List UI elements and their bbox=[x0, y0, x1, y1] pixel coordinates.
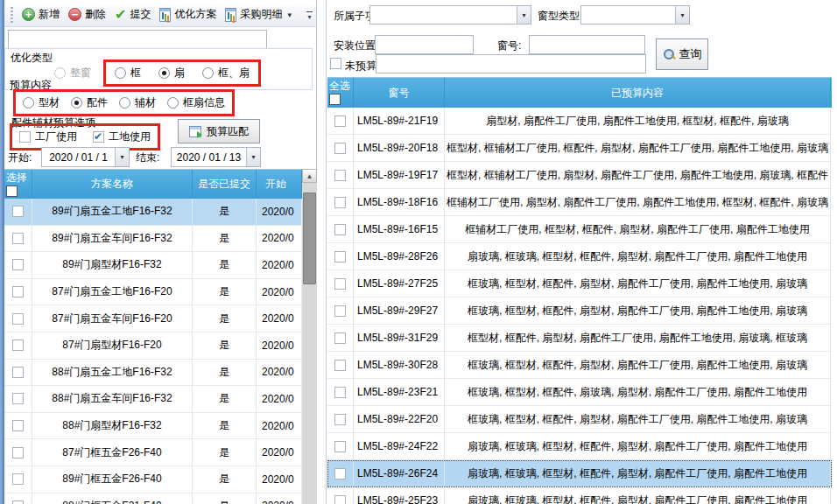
select-all-checkbox[interactable] bbox=[6, 186, 18, 197]
checkbox-option[interactable]: 工厂使用 bbox=[19, 130, 77, 144]
scroll-up-arrow[interactable]: ▲ bbox=[302, 169, 317, 183]
row-checkbox[interactable] bbox=[334, 441, 346, 452]
row-checkbox[interactable] bbox=[334, 278, 346, 290]
budget-table-row[interactable]: LM5L-89#-24F22扇玻璃, 框玻璃, 框型材, 框配件, 扇型材, 扇… bbox=[327, 433, 832, 460]
budget-table-row[interactable]: LM5L-89#-20F18框型材, 框辅材工厂使用, 框配件, 扇型材, 扇配… bbox=[327, 135, 832, 162]
row-checkbox[interactable] bbox=[334, 143, 346, 154]
plan-table-row[interactable]: 87#门扇五金工地F16-F20是2020/0 bbox=[4, 279, 302, 306]
start-header[interactable]: 开始 bbox=[257, 170, 302, 199]
window-type-dropdown[interactable]: ▾ bbox=[580, 5, 690, 24]
toolbar-overflow-button[interactable]: ▾ bbox=[304, 7, 315, 24]
budget-table-row[interactable]: LM5L-89#-28F26扇玻璃, 框玻璃, 框型材, 框配件, 扇型材, 扇… bbox=[327, 243, 832, 270]
row-checkbox[interactable] bbox=[12, 367, 24, 378]
radio-option[interactable]: 框、扇 bbox=[202, 66, 250, 80]
row-checkbox[interactable] bbox=[334, 197, 346, 208]
plan-table-row[interactable]: 89#门扇五金工地F16-F32是2020/0 bbox=[4, 199, 302, 226]
radio-option[interactable]: 配件 bbox=[71, 95, 108, 110]
radio-option[interactable]: 整窗 bbox=[54, 66, 91, 80]
toolbar-button-5[interactable]: 采购明细▾ bbox=[221, 4, 296, 24]
chevron-down-icon[interactable]: ▾ bbox=[517, 6, 531, 24]
plan-table-row[interactable]: 88#门扇型材F16-F32是2020/0 bbox=[4, 413, 302, 440]
toolbar-button-2[interactable]: −删除 bbox=[64, 4, 110, 24]
plan-table-row[interactable]: 87#门扇五金车间F16-F20是2020/0 bbox=[4, 305, 302, 332]
row-checkbox[interactable] bbox=[334, 224, 346, 235]
plan-name-cell: 88#门扇五金车间F16-F32 bbox=[32, 386, 193, 412]
chevron-down-icon[interactable]: ▾ bbox=[287, 10, 292, 19]
chevron-down-icon[interactable]: ▾ bbox=[675, 6, 689, 24]
row-checkbox[interactable] bbox=[12, 500, 24, 504]
row-checkbox[interactable] bbox=[12, 473, 24, 485]
select-all-checkbox[interactable] bbox=[329, 94, 341, 105]
plan-table-row[interactable]: 88#门扇五金工地F16-F32是2020/0 bbox=[4, 360, 302, 387]
budget-table-row[interactable]: LM5L-89#-26F24扇玻璃, 框玻璃, 框型材, 框配件, 扇型材, 扇… bbox=[327, 460, 832, 487]
row-checkbox[interactable] bbox=[12, 393, 24, 404]
end-date-picker[interactable]: 2020 / 01 / 13 ▾ bbox=[171, 147, 261, 167]
plan-filter-input[interactable] bbox=[8, 30, 267, 49]
row-checkbox[interactable] bbox=[334, 360, 346, 371]
radio-option[interactable]: 型材 bbox=[23, 95, 60, 110]
start-date-picker[interactable]: 2020 / 01 / 1 ▾ bbox=[41, 147, 130, 167]
budget-table-row[interactable]: LM5L-89#-22F20框玻璃, 框型材, 框配件, 扇型材, 扇配件工厂使… bbox=[327, 406, 832, 433]
radio-option[interactable]: 框 bbox=[115, 66, 141, 80]
plan-table-row[interactable]: 88#门框五金F21-F40是2020/0 bbox=[4, 494, 302, 504]
budgeted-content-header[interactable]: 已预算内容 bbox=[445, 78, 831, 108]
scroll-thumb[interactable] bbox=[303, 192, 316, 284]
chevron-down-icon[interactable]: ▾ bbox=[246, 148, 260, 166]
toolbar-button-4[interactable]: 优化方案 bbox=[155, 4, 221, 24]
window-no-input[interactable] bbox=[529, 35, 645, 54]
row-checkbox[interactable] bbox=[334, 170, 346, 181]
row-checkbox[interactable] bbox=[334, 116, 346, 127]
row-checkbox[interactable] bbox=[12, 340, 24, 351]
row-checkbox[interactable] bbox=[334, 495, 346, 504]
plan-table-row[interactable]: 89#门扇型材F16-F32是2020/0 bbox=[4, 252, 302, 279]
plan-table-row[interactable]: 87#门扇型材F16-F20是2020/0 bbox=[4, 332, 302, 360]
plan-table-row[interactable]: 89#门扇五金车间F16-F32是2020/0 bbox=[4, 226, 302, 253]
row-checkbox[interactable] bbox=[12, 420, 24, 431]
plan-table-scrollbar[interactable]: ▲ bbox=[302, 169, 317, 504]
row-checkbox[interactable] bbox=[12, 286, 24, 298]
budget-table-row[interactable]: LM5L-89#-19F17框型材, 框辅材工厂使用, 扇型材, 扇配件工厂使用… bbox=[327, 162, 832, 189]
plan-table-row[interactable]: 89#门框五金F26-F40是2020/0 bbox=[4, 466, 302, 494]
row-checkbox[interactable] bbox=[334, 332, 346, 344]
budget-table-row[interactable]: LM5L-89#-31F29框型材, 框配件, 扇型材, 扇配件工厂使用, 扇配… bbox=[327, 325, 832, 352]
row-checkbox[interactable] bbox=[12, 447, 24, 458]
plan-table-row[interactable]: 87#门框五金F26-F40是2020/0 bbox=[4, 439, 302, 466]
row-checkbox[interactable] bbox=[334, 305, 346, 317]
window-no-header[interactable]: 窗号 bbox=[354, 78, 445, 108]
radio-option[interactable]: 辅材 bbox=[119, 95, 156, 110]
budget-table-row[interactable]: LM5L-89#-18F16框辅材工厂使用, 扇型材, 扇配件工厂使用, 扇配件… bbox=[327, 189, 832, 216]
sub-item-dropdown[interactable]: ▾ bbox=[369, 5, 531, 24]
row-select-cell bbox=[4, 199, 32, 225]
budget-table-row[interactable]: LM5L-89#-30F28框玻璃, 框型材, 框配件, 扇型材, 扇配件工厂使… bbox=[327, 352, 832, 379]
chevron-down-icon[interactable]: ▾ bbox=[115, 148, 129, 166]
row-checkbox[interactable] bbox=[334, 251, 346, 262]
plan-name-header[interactable]: 方案名称 bbox=[32, 170, 193, 199]
toolbar-button-3[interactable]: ✔提交 bbox=[110, 4, 155, 24]
radio-option[interactable]: 扇 bbox=[158, 66, 185, 80]
query-button[interactable]: 查询 bbox=[656, 38, 708, 70]
install-position-input[interactable] bbox=[375, 35, 474, 54]
toolbar-button-1[interactable]: +新增 bbox=[18, 4, 64, 24]
unbudgeted-input[interactable] bbox=[376, 54, 646, 74]
budget-table-row[interactable]: LM5L-89#-16F15框辅材工厂使用, 框型材, 框配件, 扇型材, 扇配… bbox=[327, 216, 832, 243]
row-checkbox[interactable] bbox=[334, 468, 346, 480]
budget-table-row[interactable]: LM5L-89#-21F19扇型材, 扇配件工厂使用, 扇配件工地使用, 框型材… bbox=[327, 108, 832, 135]
submitted-header[interactable]: 是否已提交 bbox=[193, 170, 257, 199]
row-checkbox[interactable] bbox=[334, 387, 346, 398]
budget-table-row[interactable]: LM5L-89#-29F27框玻璃, 框型材, 框配件, 扇型材, 扇配件工厂使… bbox=[327, 298, 832, 325]
row-checkbox[interactable] bbox=[12, 259, 24, 270]
radio-option[interactable]: 框扇信息 bbox=[167, 95, 225, 110]
budget-table-row[interactable]: LM5L-89#-27F25框玻璃, 框型材, 框配件, 扇型材, 扇配件工厂使… bbox=[327, 270, 832, 298]
row-checkbox[interactable] bbox=[12, 233, 24, 244]
budget-match-button[interactable]: 预算匹配 bbox=[178, 119, 260, 144]
plan-table-row[interactable]: 88#门扇五金车间F16-F32是2020/0 bbox=[4, 386, 302, 413]
budget-table: 全选 窗号 已预算内容 LM5L-89#-21F19扇型材, 扇配件工厂使用, … bbox=[327, 77, 832, 504]
budget-table-row[interactable]: LM5L-89#-25F23扇玻璃, 框玻璃, 框型材, 框配件, 扇型材, 扇… bbox=[327, 487, 832, 504]
row-checkbox[interactable] bbox=[12, 313, 24, 325]
unbudgeted-checkbox[interactable] bbox=[330, 58, 341, 69]
row-checkbox[interactable] bbox=[12, 206, 24, 217]
row-checkbox[interactable] bbox=[334, 414, 346, 425]
checkbox-option[interactable]: 工地使用 bbox=[93, 130, 151, 144]
toolbar-grip-handle[interactable] bbox=[11, 7, 13, 23]
budget-table-row[interactable]: LM5L-89#-23F21框玻璃, 框型材, 框配件, 扇玻璃, 扇型材, 扇… bbox=[327, 379, 832, 406]
